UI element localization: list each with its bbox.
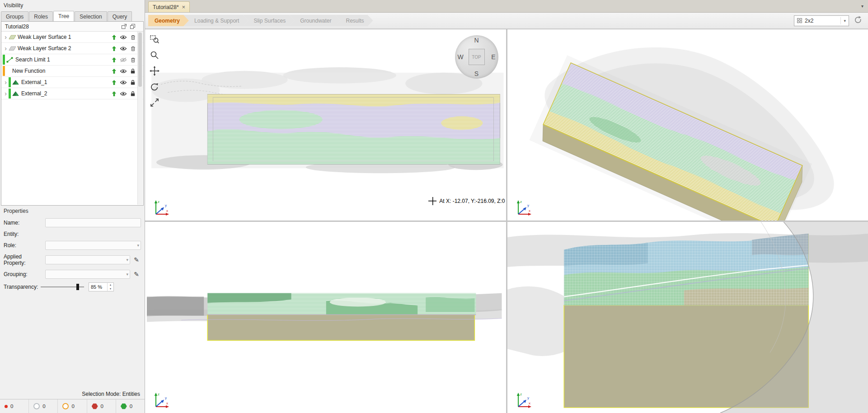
workflow-tab-groundwater[interactable]: Groundwater [289,15,340,26]
viewport-top-plan[interactable]: N W E S TOP At X: -12.07, Y:-216.09, Z:0… [145,29,506,221]
status-count-value: 0 [10,404,13,409]
spin-down-icon[interactable]: ▾ [108,287,113,291]
role-select[interactable]: ▾ [45,241,141,250]
compass-top-button[interactable]: TOP [469,49,485,65]
compass-north-label[interactable]: N [474,37,479,44]
zoom-extents-icon[interactable] [149,97,160,109]
workflow-tab-geometry[interactable]: Geometry [148,15,189,26]
compass-west-label[interactable]: W [458,53,464,61]
visibility-eye-icon[interactable] [120,69,127,74]
visibility-tree-panel: Tutorial28 › Weak Layer Surface 1 [1,21,144,206]
tree-item-external-1[interactable]: › External_1 [1,77,143,88]
tree-header: Tutorial28 [1,22,143,32]
spin-up-icon[interactable]: ▴ [108,283,113,287]
transparency-spinbox[interactable]: 85 % ▴ ▾ [89,282,114,291]
role-label: Role: [4,242,43,249]
tree-root-label: Tutorial28 [5,23,29,30]
tab-query[interactable]: Query [108,11,132,21]
tree-item-weak-layer-surface-2[interactable]: › Weak Layer Surface 2 [1,43,143,54]
tree-item-new-function[interactable]: New Function [1,66,143,77]
workflow-tab-results[interactable]: Results [335,15,373,26]
move-up-icon[interactable] [110,57,117,63]
plan-view-scene[interactable] [145,29,506,221]
svg-text:z: z [520,200,522,204]
tab-roles[interactable]: Roles [29,11,53,21]
transparency-slider[interactable] [41,283,84,291]
tab-tree[interactable]: Tree [53,11,74,21]
tree-scrollbar[interactable] [137,32,143,205]
move-up-icon[interactable] [110,80,117,85]
expander-icon[interactable]: › [3,34,9,40]
tree-item-label: Weak Layer Surface 2 [18,45,71,52]
name-input[interactable] [45,218,141,227]
visibility-eye-icon[interactable] [120,80,127,85]
status-count-circles: 0 [29,399,58,413]
viewport-perspective[interactable]: z x y [507,29,868,221]
svg-text:z: z [158,392,160,396]
move-up-icon[interactable] [110,34,117,40]
view-layout-value: 2x2 [805,18,813,24]
svg-text:x: x [529,209,530,213]
visibility-eye-icon[interactable] [120,35,127,40]
chevron-down-icon[interactable]: ▾ [840,17,846,24]
delete-icon[interactable] [129,46,136,52]
edit-applied-property-icon[interactable]: ✎ [132,255,141,264]
lock-icon[interactable] [129,80,136,85]
move-up-icon[interactable] [110,46,117,52]
tree-item-weak-layer-surface-1[interactable]: › Weak Layer Surface 1 [1,32,143,43]
cascade-panel-icon[interactable] [129,23,136,30]
viewport-front-elevation[interactable]: z x y [145,222,506,413]
move-up-icon[interactable] [110,68,117,74]
rotate-icon[interactable] [149,81,160,93]
float-panel-icon[interactable] [120,23,127,30]
zoom-window-icon[interactable] [149,34,160,46]
perspective-view-scene[interactable] [507,29,868,221]
front-view-scene[interactable] [145,222,506,413]
tab-label: Query [113,14,127,20]
document-tab-tutorial28[interactable]: Tutorial28* × [148,1,190,12]
tree-item-label: New Function [12,68,45,74]
lock-icon[interactable] [129,91,136,97]
tab-selection[interactable]: Selection [75,11,107,21]
expander-icon[interactable]: › [3,46,9,52]
side-view-scene[interactable] [507,222,868,413]
workflow-tab-slip-surfaces[interactable]: Slip Surfaces [243,15,295,26]
applied-property-select[interactable]: ▾ [45,255,130,264]
grouping-select[interactable]: ▾ [45,270,130,279]
viewport-toolbar [149,34,160,109]
delete-icon[interactable] [129,34,136,40]
tab-groups[interactable]: Groups [1,11,28,21]
expander-icon[interactable]: › [3,80,9,85]
status-count-green-solids: 0 [116,399,145,413]
compass-south-label[interactable]: S [474,70,479,77]
surface-layer-icon [9,34,18,40]
viewport-side-mesh[interactable]: z x y [507,222,868,413]
tab-list-dropdown-icon[interactable]: ▾ [861,4,868,9]
compass-east-label[interactable]: E [491,53,495,61]
expander-icon[interactable]: › [3,91,9,97]
item-color-bar [3,66,5,76]
delete-icon[interactable] [129,57,136,63]
view-layout-select[interactable]: 2x2 ▾ [794,15,849,26]
lock-icon[interactable] [129,68,136,74]
edit-grouping-icon[interactable]: ✎ [132,270,141,279]
visibility-eye-icon[interactable] [120,91,127,96]
view-compass[interactable]: N W E S TOP [455,35,498,79]
visibility-eye-off-icon[interactable] [120,57,127,62]
move-up-icon[interactable] [110,91,117,97]
zoom-icon[interactable] [149,50,160,61]
slider-handle[interactable] [76,284,79,290]
tree-item-search-limit-1[interactable]: Search Limit 1 [1,54,143,66]
close-tab-icon[interactable]: × [182,5,186,9]
workflow-tab-label: Results [346,18,364,24]
tree-item-external-2[interactable]: › External_2 [1,88,143,99]
properties-form: Name: Entity: Role: ▾ Applied Property: … [0,216,145,294]
tab-label: Tree [58,13,69,19]
svg-text:x: x [166,401,168,405]
red-solid-icon [92,404,98,409]
refresh-views-icon[interactable] [852,15,863,27]
workflow-tab-loading-support[interactable]: Loading & Support [183,15,248,26]
pan-icon[interactable] [149,66,160,77]
visibility-eye-icon[interactable] [120,46,127,51]
scrollbar-thumb[interactable] [138,33,142,87]
